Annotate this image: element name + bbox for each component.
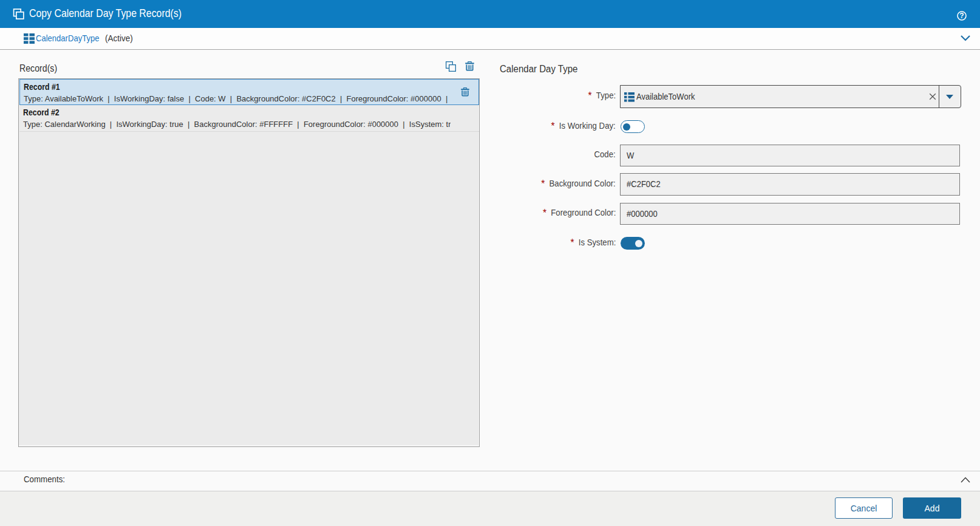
svg-text:?: ? <box>959 12 964 20</box>
